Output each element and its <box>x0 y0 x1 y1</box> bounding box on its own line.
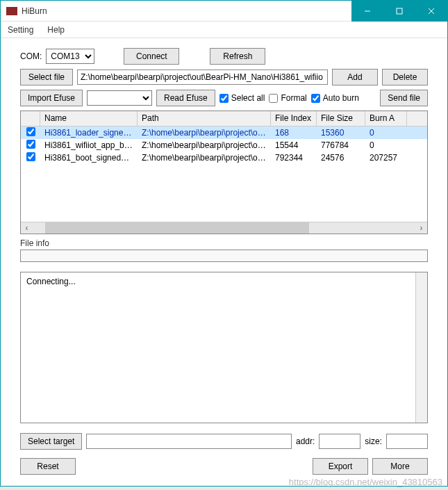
read-efuse-button[interactable]: Read Efuse <box>156 90 215 106</box>
table-row[interactable]: Hi3861_wifiiot_app_burn...Z:\home\bearpi… <box>21 139 427 152</box>
row-name: Hi3861_loader_signed.bin <box>40 127 138 138</box>
row-size: 776784 <box>317 140 365 151</box>
select-all-checkbox[interactable]: Select all <box>219 93 265 103</box>
row-path: Z:\home\bearpi\bearpi\project\out\B... <box>138 127 271 138</box>
auto-burn-checkbox[interactable]: Auto burn <box>311 93 359 103</box>
addr-label: addr: <box>296 436 315 446</box>
row-size: 15360 <box>317 127 365 138</box>
col-name[interactable]: Name <box>40 111 138 126</box>
row-name: Hi3861_wifiiot_app_burn... <box>40 140 138 151</box>
file-table: Name Path File Index File Size Burn A Hi… <box>20 111 428 234</box>
file-info-box <box>20 250 428 262</box>
send-file-button[interactable]: Send file <box>380 90 428 106</box>
scroll-track[interactable] <box>33 222 415 234</box>
efuse-row: Import Efuse Read Efuse Select all Forma… <box>20 90 428 106</box>
vertical-scrollbar[interactable] <box>415 272 427 423</box>
file-row: Select file Add Delete <box>20 69 428 85</box>
com-select[interactable]: COM13 <box>46 49 94 64</box>
select-target-button[interactable]: Select target <box>20 433 82 450</box>
row-burn: 0 <box>365 140 407 151</box>
row-index: 168 <box>271 127 317 138</box>
formal-input[interactable] <box>269 94 278 103</box>
row-burn: 0 <box>365 127 407 138</box>
size-input[interactable] <box>386 434 428 449</box>
com-row: COM: COM13 Connect Refresh <box>20 48 428 65</box>
row-index: 792344 <box>271 152 317 163</box>
select-file-button[interactable]: Select file <box>20 69 73 85</box>
auto-burn-input[interactable] <box>311 94 320 103</box>
row-check[interactable] <box>21 152 40 164</box>
window-controls <box>351 1 447 22</box>
com-label: COM: <box>20 51 42 61</box>
connect-button[interactable]: Connect <box>124 48 179 65</box>
file-info-label: File info <box>20 237 428 250</box>
col-file-index[interactable]: File Index <box>271 111 317 126</box>
menubar: Setting Help <box>1 22 447 38</box>
minimize-button[interactable] <box>351 1 383 22</box>
row-check[interactable] <box>21 126 40 139</box>
log-text: Connecting... <box>26 277 76 286</box>
watermark: https://blog.csdn.net/weixin_43810563 <box>289 477 442 487</box>
maximize-button[interactable] <box>383 1 415 22</box>
content-area: COM: COM13 Connect Refresh Select file A… <box>1 38 447 486</box>
row-check[interactable] <box>21 139 40 152</box>
titlebar[interactable]: HiBurn <box>1 1 447 22</box>
row-path: Z:\home\bearpi\bearpi\project\out\B... <box>138 152 271 163</box>
file-path-input[interactable] <box>77 70 328 85</box>
table-row[interactable]: Hi3861_boot_signed_B.binZ:\home\bearpi\b… <box>21 152 427 164</box>
efuse-select[interactable] <box>87 90 152 106</box>
row-size: 24576 <box>317 152 365 163</box>
addr-input[interactable] <box>319 434 360 449</box>
row-index: 15544 <box>271 140 317 151</box>
scroll-thumb[interactable] <box>45 222 309 234</box>
add-button[interactable]: Add <box>332 69 378 85</box>
delete-button[interactable]: Delete <box>382 69 428 85</box>
size-label: size: <box>365 436 382 446</box>
svg-rect-1 <box>397 8 402 14</box>
more-button[interactable]: More <box>372 458 428 475</box>
bottom-controls: Select target addr: size: Reset Export M… <box>20 433 428 479</box>
table-body[interactable]: Hi3861_loader_signed.binZ:\home\bearpi\b… <box>21 126 427 222</box>
log-output[interactable]: Connecting... <box>20 272 428 423</box>
app-window: HiBurn Setting Help COM: COM13 Connect R… <box>0 0 448 487</box>
horizontal-scrollbar[interactable]: ‹ › <box>21 222 427 234</box>
menu-setting[interactable]: Setting <box>5 24 36 36</box>
row-path: Z:\home\bearpi\bearpi\project\out\B... <box>138 140 271 151</box>
refresh-button[interactable]: Refresh <box>210 48 265 65</box>
scroll-right-icon[interactable]: › <box>415 222 427 234</box>
col-check[interactable] <box>21 111 40 126</box>
col-path[interactable]: Path <box>138 111 271 126</box>
close-button[interactable] <box>415 1 447 22</box>
row-burn: 207257 <box>365 152 407 163</box>
import-efuse-button[interactable]: Import Efuse <box>20 90 83 106</box>
table-header: Name Path File Index File Size Burn A <box>21 111 427 126</box>
reset-button[interactable]: Reset <box>20 458 76 475</box>
export-button[interactable]: Export <box>313 458 368 475</box>
window-title: HiBurn <box>22 6 351 16</box>
scroll-left-icon[interactable]: ‹ <box>21 222 33 234</box>
formal-checkbox[interactable]: Formal <box>269 93 306 103</box>
col-burn-addr[interactable]: Burn A <box>365 111 407 126</box>
col-file-size[interactable]: File Size <box>317 111 365 126</box>
target-input[interactable] <box>86 434 292 449</box>
row-name: Hi3861_boot_signed_B.bin <box>40 152 138 163</box>
select-all-input[interactable] <box>219 94 229 103</box>
app-icon <box>6 7 17 15</box>
table-row[interactable]: Hi3861_loader_signed.binZ:\home\bearpi\b… <box>21 126 427 139</box>
menu-help[interactable]: Help <box>44 24 67 36</box>
